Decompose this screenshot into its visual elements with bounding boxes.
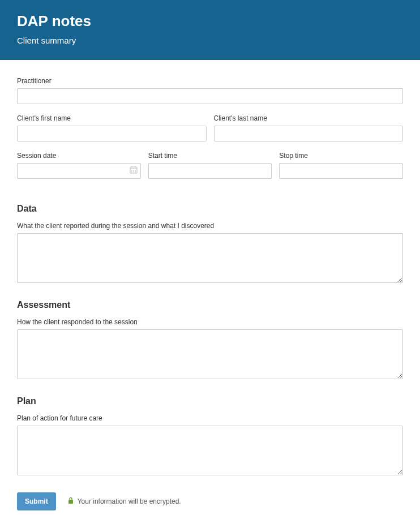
plan-textarea[interactable] (17, 426, 403, 475)
page-subtitle: Client summary (17, 36, 403, 45)
start-time-input[interactable] (148, 163, 272, 179)
section-heading-plan: Plan (17, 396, 403, 406)
start-time-label: Start time (148, 152, 272, 160)
form-body: Practitioner Client's first name Client'… (0, 60, 420, 515)
practitioner-label: Practitioner (17, 77, 403, 85)
page-title: DAP notes (17, 12, 403, 30)
first-name-label: Client's first name (17, 114, 207, 122)
stop-time-input[interactable] (279, 163, 403, 179)
section-heading-assessment: Assessment (17, 300, 403, 310)
data-textarea[interactable] (17, 233, 403, 283)
session-date-input[interactable] (17, 163, 141, 179)
stop-time-label: Stop time (279, 152, 403, 160)
assessment-textarea[interactable] (17, 329, 403, 379)
svg-rect-10 (68, 500, 73, 504)
practitioner-input[interactable] (17, 88, 403, 104)
encryption-notice: Your information will be encrypted. (67, 497, 181, 506)
session-date-label: Session date (17, 152, 141, 160)
plan-label: Plan of action for future care (17, 414, 403, 422)
last-name-label: Client's last name (214, 114, 404, 122)
data-label: What the client reported during the sess… (17, 222, 403, 230)
last-name-input[interactable] (214, 126, 404, 141)
lock-icon (67, 497, 74, 506)
submit-button[interactable]: Submit (17, 492, 56, 510)
first-name-input[interactable] (17, 126, 207, 141)
encryption-text: Your information will be encrypted. (78, 497, 181, 505)
section-heading-data: Data (17, 204, 403, 214)
assessment-label: How the client responded to the session (17, 318, 403, 326)
form-header: DAP notes Client summary (0, 0, 420, 60)
